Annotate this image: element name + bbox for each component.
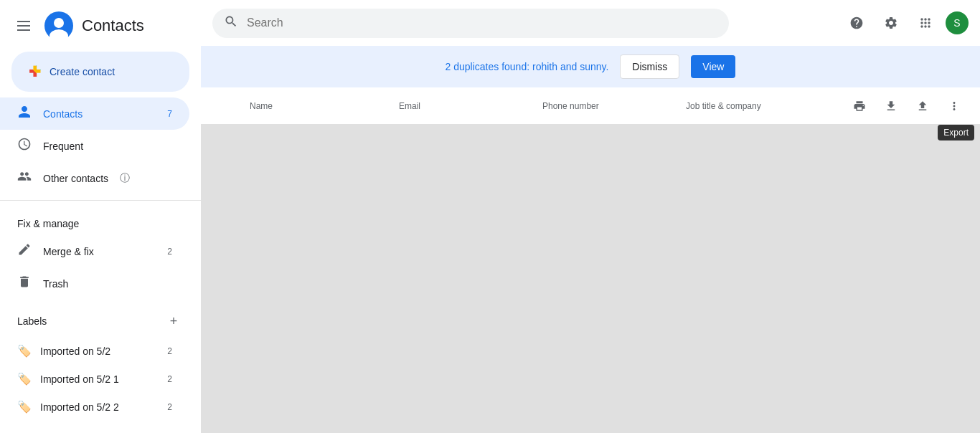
other-contacts-icon <box>17 169 32 187</box>
sidebar-header: Contacts <box>0 6 201 46</box>
col-header-job: Job title & company <box>686 101 845 111</box>
help-button[interactable] <box>842 9 871 37</box>
merge-fix-icon <box>17 242 32 260</box>
col-header-email: Email <box>399 101 542 111</box>
sidebar-item-trash[interactable]: Trash <box>0 267 189 300</box>
sidebar-item-frequent-label: Frequent <box>43 140 83 152</box>
label-icon-imported-2: 🏷️ <box>17 372 32 386</box>
app-logo <box>44 11 73 40</box>
table-header: Name Email Phone number Job title & comp… <box>201 87 980 125</box>
search-icon <box>224 14 238 32</box>
user-avatar[interactable]: S <box>946 11 969 34</box>
add-label-button[interactable]: + <box>164 311 184 331</box>
label-item-imported-1[interactable]: 🏷️ Imported on 5/2 2 <box>0 337 189 365</box>
label-name-imported-3: Imported on 5/2 2 <box>40 401 159 413</box>
sidebar-item-trash-label: Trash <box>43 278 68 290</box>
label-name-imported-1: Imported on 5/2 <box>40 345 159 357</box>
topbar: S <box>201 0 980 46</box>
create-contact-button[interactable]: ✚ Create contact <box>11 52 189 92</box>
sidebar-item-frequent[interactable]: Frequent <box>0 130 189 162</box>
contacts-badge: 7 <box>167 109 172 119</box>
sidebar-item-merge-fix-label: Merge & fix <box>43 246 94 257</box>
export-tooltip: Export <box>938 125 974 140</box>
sidebar-item-merge-fix[interactable]: Merge & fix 2 <box>0 235 189 267</box>
duplicate-banner: 2 duplicates found: rohith and sunny. Di… <box>201 46 980 87</box>
dismiss-button[interactable]: Dismiss <box>620 54 679 79</box>
print-button[interactable] <box>845 92 874 120</box>
label-item-imported-2[interactable]: 🏷️ Imported on 5/2 1 2 <box>0 365 189 393</box>
col-header-name: Name <box>212 101 399 111</box>
search-input[interactable] <box>247 16 717 29</box>
label-count-imported-2: 2 <box>167 374 172 384</box>
label-icon-imported-1: 🏷️ <box>17 344 32 358</box>
svg-point-1 <box>54 18 64 28</box>
apps-button[interactable] <box>911 9 940 37</box>
create-contact-label: Create contact <box>50 66 115 77</box>
search-bar[interactable] <box>212 9 729 38</box>
label-item-imported-3[interactable]: 🏷️ Imported on 5/2 2 2 <box>0 393 189 421</box>
avatar-letter: S <box>953 17 960 29</box>
sidebar-item-contacts-label: Contacts <box>43 108 83 120</box>
sidebar-item-other-contacts[interactable]: Other contacts ⓘ <box>0 162 189 194</box>
create-plus-icon: ✚ <box>29 63 41 80</box>
other-contacts-info-icon: ⓘ <box>120 172 130 185</box>
label-count-imported-1: 2 <box>167 346 172 356</box>
contacts-icon <box>17 105 32 123</box>
view-button[interactable]: View <box>691 55 735 78</box>
main-content: S 2 duplicates found: rohith and sunny. … <box>201 0 980 448</box>
label-count-imported-3: 2 <box>167 402 172 412</box>
sidebar: Contacts ✚ Create contact Contacts 7 Fre… <box>0 0 201 448</box>
topbar-actions: S <box>842 9 969 37</box>
labels-title: Labels <box>17 315 47 327</box>
duplicate-count-text: 2 duplicates found: rohith and sunny. <box>446 61 609 72</box>
label-name-imported-2: Imported on 5/2 1 <box>40 373 159 385</box>
col-header-phone: Phone number <box>542 101 686 111</box>
duplicate-banner-text: 2 duplicates found: rohith and sunny. <box>446 61 609 72</box>
download-button[interactable] <box>877 92 905 120</box>
app-title: Contacts <box>82 16 144 35</box>
label-icon-imported-3: 🏷️ <box>17 400 32 414</box>
table-header-actions: Export <box>845 92 969 120</box>
sidebar-item-other-contacts-label: Other contacts <box>43 173 108 184</box>
trash-icon <box>17 275 32 292</box>
settings-button[interactable] <box>877 9 905 37</box>
sidebar-item-contacts[interactable]: Contacts 7 <box>0 97 189 130</box>
more-options-button[interactable] <box>940 92 969 120</box>
frequent-icon <box>17 137 32 155</box>
merge-fix-badge: 2 <box>167 247 172 257</box>
fix-manage-title: Fix & manage <box>0 206 201 235</box>
contact-list <box>201 125 980 433</box>
contacts-area: 2 duplicates found: rohith and sunny. Di… <box>201 46 980 448</box>
labels-section-header: Labels + <box>0 300 201 337</box>
upload-button[interactable] <box>908 92 937 120</box>
hamburger-menu[interactable] <box>11 15 36 37</box>
nav-divider <box>0 200 201 201</box>
